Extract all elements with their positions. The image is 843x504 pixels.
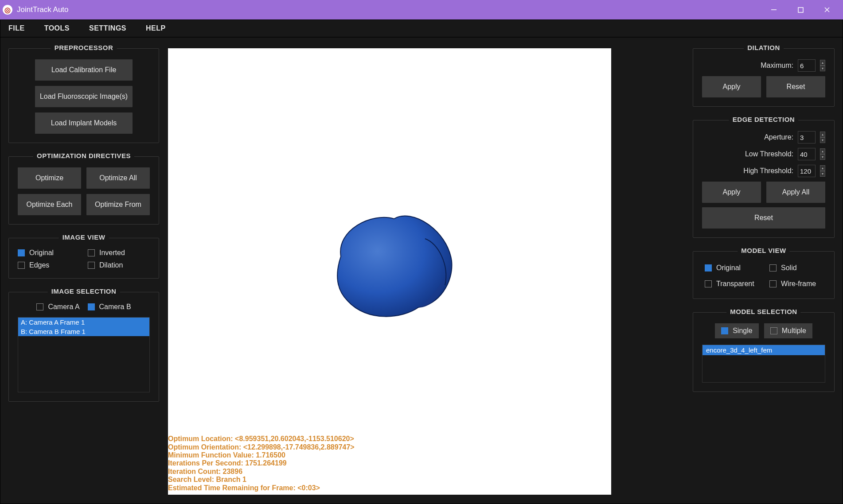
- dilation-maximum-spinner[interactable]: ▴▾: [820, 60, 825, 71]
- minimize-button[interactable]: [761, 0, 787, 19]
- dilation-apply-button[interactable]: Apply: [702, 76, 761, 97]
- dilation-maximum-input[interactable]: [798, 59, 816, 72]
- edge-detection-panel: EDGE DETECTION Aperture: ▴▾ Low Threshol…: [693, 120, 835, 238]
- high-threshold-input[interactable]: [798, 165, 816, 177]
- model-view-wireframe-checkbox[interactable]: Wire-frame: [767, 278, 825, 290]
- load-calibration-button[interactable]: Load Calibration File: [35, 59, 133, 81]
- image-view-title: IMAGE VIEW: [59, 233, 109, 241]
- dilation-maximum-label: Maximum:: [761, 62, 793, 70]
- edge-reset-button[interactable]: Reset: [702, 207, 825, 229]
- implant-model-render: [314, 203, 465, 327]
- list-item[interactable]: B: Camera B Frame 1: [18, 327, 149, 336]
- optimize-from-button[interactable]: Optimize From: [86, 194, 150, 215]
- high-threshold-label: High Threshold:: [743, 167, 793, 175]
- edge-detection-title: EDGE DETECTION: [729, 116, 798, 123]
- optimize-all-button[interactable]: Optimize All: [86, 167, 150, 189]
- edge-apply-all-button[interactable]: Apply All: [766, 182, 825, 203]
- overlay-line: Iteration Count: 23896: [168, 468, 355, 476]
- overlay-line: Minimum Function Value: 1.716500: [168, 451, 355, 459]
- low-threshold-spinner[interactable]: ▴▾: [820, 148, 825, 160]
- aperture-label: Aperture:: [764, 133, 793, 141]
- preprocessor-title: PREPROCESSOR: [51, 44, 117, 51]
- image-view-original-checkbox[interactable]: Original: [18, 249, 80, 257]
- image-selection-list[interactable]: A: Camera A Frame 1 B: Camera B Frame 1: [18, 317, 150, 392]
- model-selection-multiple[interactable]: Multiple: [764, 323, 812, 338]
- optimization-title: OPTIMIZATION DIRECTIVES: [33, 152, 134, 159]
- model-selection-list[interactable]: encore_3d_4_left_fem: [702, 345, 825, 383]
- image-selection-panel: IMAGE SELECTION Camera A Camera B A: Cam…: [8, 292, 159, 402]
- viewport[interactable]: Optimum Location: <8.959351,20.602043,-1…: [168, 48, 611, 495]
- edge-apply-button[interactable]: Apply: [702, 182, 761, 203]
- menu-settings[interactable]: SETTINGS: [89, 24, 126, 32]
- image-view-dilation-checkbox[interactable]: Dilation: [88, 261, 150, 269]
- aperture-input[interactable]: [798, 131, 816, 143]
- overlay-line: Search Level: Branch 1: [168, 476, 355, 484]
- optimize-each-button[interactable]: Optimize Each: [18, 194, 81, 215]
- optimization-panel: OPTIMIZATION DIRECTIVES Optimize Optimiz…: [8, 156, 159, 225]
- model-view-solid-checkbox[interactable]: Solid: [767, 262, 825, 274]
- image-view-edges-checkbox[interactable]: Edges: [18, 261, 80, 269]
- overlay-line: Optimum Location: <8.959351,20.602043,-1…: [168, 435, 355, 443]
- load-implant-button[interactable]: Load Implant Models: [35, 112, 133, 134]
- image-selection-title: IMAGE SELECTION: [48, 287, 120, 295]
- load-fluoroscopic-button[interactable]: Load Fluoroscopic Image(s): [35, 86, 133, 107]
- list-item[interactable]: encore_3d_4_left_fem: [702, 345, 825, 355]
- model-view-transparent-checkbox[interactable]: Transparent: [702, 278, 761, 290]
- list-item[interactable]: A: Camera A Frame 1: [18, 318, 149, 327]
- window-title: JointTrack Auto: [17, 5, 69, 14]
- overlay-line: Optimum Orientation: <12.299898,-17.7498…: [168, 443, 355, 451]
- model-view-title: MODEL VIEW: [738, 247, 789, 254]
- menu-file[interactable]: FILE: [8, 24, 25, 32]
- camera-b-checkbox[interactable]: Camera B: [88, 303, 131, 311]
- model-selection-panel: MODEL SELECTION Single Multiple encore_3…: [693, 312, 835, 392]
- svg-rect-1: [798, 8, 803, 12]
- dilation-panel: DILATION Maximum: ▴▾ Apply Reset: [693, 48, 835, 107]
- model-view-panel: MODEL VIEW Original Solid Transparent Wi…: [693, 251, 835, 299]
- image-view-panel: IMAGE VIEW Original Inverted Edges Dilat…: [8, 238, 159, 279]
- close-button[interactable]: [814, 0, 840, 19]
- low-threshold-label: Low Threshold:: [745, 150, 793, 158]
- dilation-reset-button[interactable]: Reset: [766, 76, 825, 97]
- titlebar[interactable]: ◎ JointTrack Auto: [0, 0, 843, 19]
- optimize-button[interactable]: Optimize: [18, 167, 81, 189]
- maximize-button[interactable]: [787, 0, 814, 19]
- menubar: FILE TOOLS SETTINGS HELP: [0, 20, 843, 38]
- menu-tools[interactable]: TOOLS: [44, 24, 70, 32]
- app-icon: ◎: [3, 5, 12, 15]
- status-overlay: Optimum Location: <8.959351,20.602043,-1…: [168, 433, 355, 495]
- menu-help[interactable]: HELP: [146, 24, 166, 32]
- overlay-line: Estimated Time Remaining for Frame: <0:0…: [168, 484, 355, 492]
- image-view-inverted-checkbox[interactable]: Inverted: [88, 249, 150, 257]
- aperture-spinner[interactable]: ▴▾: [820, 132, 825, 143]
- low-threshold-input[interactable]: [798, 148, 816, 160]
- model-selection-single[interactable]: Single: [715, 323, 758, 338]
- model-view-original-checkbox[interactable]: Original: [702, 262, 761, 274]
- overlay-line: Iterations Per Second: 1751.264199: [168, 459, 355, 467]
- model-selection-title: MODEL SELECTION: [726, 308, 800, 315]
- dilation-title: DILATION: [744, 44, 784, 51]
- camera-a-checkbox[interactable]: Camera A: [36, 303, 79, 311]
- preprocessor-panel: PREPROCESSOR Load Calibration File Load …: [8, 48, 159, 143]
- high-threshold-spinner[interactable]: ▴▾: [820, 165, 825, 177]
